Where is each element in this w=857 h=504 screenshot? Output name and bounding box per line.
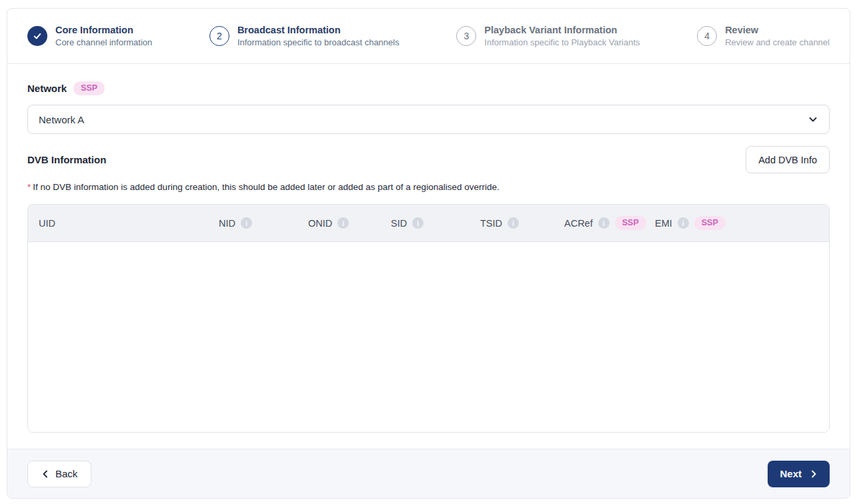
column-label: ONID [308, 218, 332, 229]
next-button[interactable]: Next [768, 461, 830, 487]
step-subtitle: Information specific to broadcast channe… [237, 37, 399, 48]
create-channel-wizard-card: Core Information Core channel informatio… [7, 8, 850, 499]
column-label: EMI [655, 218, 672, 229]
dvb-required-note: *If no DVB information is added during c… [27, 182, 830, 192]
step-title: Playback Variant Information [484, 24, 640, 36]
step-subtitle: Information specific to Playback Variant… [484, 37, 640, 48]
column-header-nid: NID i [219, 217, 308, 229]
info-icon[interactable]: i [598, 217, 610, 229]
column-header-onid: ONID i [308, 217, 391, 229]
emi-ssp-badge: SSP [694, 216, 726, 230]
broadcast-information-form: Network SSP Network A DVB Information Ad… [7, 64, 850, 449]
info-icon[interactable]: i [337, 217, 349, 229]
note-text: If no DVB information is added during cr… [33, 182, 499, 192]
add-dvb-info-button[interactable]: Add DVB Info [746, 146, 830, 173]
acref-ssp-badge: SSP [615, 216, 646, 230]
dvb-information-heading: DVB Information [27, 154, 106, 165]
step-subtitle: Review and create channel [725, 37, 830, 48]
info-icon[interactable]: i [678, 217, 689, 229]
step-complete-check-icon [27, 26, 47, 46]
wizard-footer: Back Next [7, 449, 850, 498]
stepper-step-broadcast-information[interactable]: 2 Broadcast Information Information spec… [209, 24, 399, 48]
chevron-right-icon [810, 470, 818, 478]
dvb-table-empty-body [28, 242, 829, 432]
column-label: SID [391, 218, 407, 229]
column-header-sid: SID i [391, 217, 480, 229]
chevron-left-icon [41, 470, 49, 478]
step-number-badge: 3 [456, 26, 476, 46]
column-label: ACRef [564, 218, 593, 229]
column-header-emi: EMI i SSP [655, 216, 829, 230]
column-label: NID [219, 218, 235, 229]
network-selected-value: Network A [39, 114, 84, 125]
back-button[interactable]: Back [27, 461, 91, 487]
step-number-badge: 2 [209, 26, 229, 46]
stepper-step-review[interactable]: 4 Review Review and create channel [697, 24, 830, 48]
step-title: Broadcast Information [237, 24, 399, 36]
wizard-stepper: Core Information Core channel informatio… [7, 9, 850, 64]
dvb-info-table: UID NID i ONID i SID i TSID i [27, 204, 830, 433]
required-asterisk: * [27, 182, 31, 192]
step-title: Review [725, 24, 830, 36]
column-label: TSID [480, 218, 502, 229]
step-number-badge: 4 [697, 26, 717, 46]
dvb-table-header-row: UID NID i ONID i SID i TSID i [28, 205, 829, 242]
column-header-tsid: TSID i [480, 217, 564, 229]
info-icon[interactable]: i [241, 217, 252, 229]
network-field-label: Network [27, 83, 67, 94]
info-icon[interactable]: i [508, 217, 519, 229]
column-header-acref: ACRef i SSP [564, 216, 655, 230]
network-select[interactable]: Network A [27, 105, 830, 134]
column-label: UID [39, 218, 55, 229]
chevron-down-icon [808, 114, 818, 125]
step-subtitle: Core channel information [55, 37, 152, 48]
stepper-step-playback-variant-information[interactable]: 3 Playback Variant Information Informati… [456, 24, 640, 48]
column-header-uid: UID [39, 218, 219, 229]
next-button-label: Next [780, 468, 802, 479]
network-ssp-badge: SSP [73, 81, 105, 95]
back-button-label: Back [55, 468, 77, 479]
info-icon[interactable]: i [412, 217, 423, 229]
step-title: Core Information [55, 24, 152, 36]
stepper-step-core-information[interactable]: Core Information Core channel informatio… [27, 24, 152, 48]
